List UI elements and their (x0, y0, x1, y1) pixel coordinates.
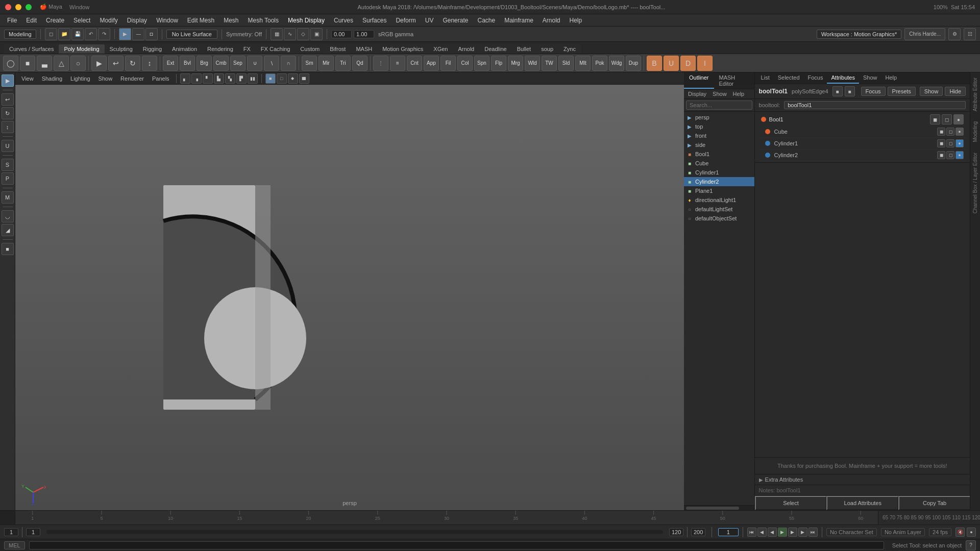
mark-menu-btn[interactable]: ■ (2, 243, 14, 255)
tree-item-plane1[interactable]: ■ Plane1 (684, 186, 754, 195)
no-live-surface-dropdown[interactable]: No Live Surface (166, 30, 217, 39)
side-label-modeling[interactable]: Modeling (970, 116, 980, 147)
vp-icon-3[interactable]: ▘ (203, 73, 213, 84)
shelf-tab-motion[interactable]: Motion Graphics (377, 44, 428, 54)
vp-icon-5[interactable]: ▚ (225, 73, 235, 84)
vp-menu-lighting[interactable]: Lighting (67, 74, 93, 83)
lasso-btn[interactable]: ⸻ (132, 28, 144, 40)
tree-item-side[interactable]: ▶ side (684, 140, 754, 149)
shelf-icon-bevel[interactable]: Bvl (180, 56, 195, 71)
shelf-tab-soup[interactable]: soup (536, 44, 558, 54)
snap-point-btn[interactable]: ◇ (297, 28, 309, 40)
vp-menu-renderer[interactable]: Renderer (117, 74, 147, 83)
shelf-icon-cube[interactable]: ■ (20, 56, 35, 71)
menu-deform[interactable]: Deform (391, 16, 420, 25)
shelf-icon-offset-loop[interactable]: ≡ (390, 56, 405, 71)
shelf-icon-collapse[interactable]: Col (457, 56, 473, 71)
new-scene-btn[interactable]: ◻ (45, 28, 57, 40)
cyl1-icon-3[interactable]: ● (955, 139, 964, 147)
scale-tool[interactable]: ↕ (2, 121, 14, 133)
vp-icon-2[interactable]: ▗ (191, 73, 202, 84)
cube-icon-1[interactable]: ◼ (937, 128, 945, 136)
shelf-icon-combine[interactable]: Cmb (213, 56, 229, 71)
shelf-tab-bullet[interactable]: Bullet (512, 44, 536, 54)
outliner-scroll-thumb[interactable] (686, 507, 739, 510)
shelf-tab-zync[interactable]: Zync (558, 44, 581, 54)
shelf-icon-slide-edge[interactable]: Sld (558, 56, 574, 71)
outliner-tab-mash[interactable]: MASH Editor (714, 72, 754, 89)
menu-window[interactable]: Window (152, 16, 182, 25)
go-end-btn[interactable]: ⏭ (808, 528, 818, 537)
minimize-button[interactable] (15, 4, 21, 10)
shelf-icon-select[interactable]: ▶ (91, 56, 107, 71)
shelf-icon-2[interactable]: U (664, 56, 679, 71)
mute-btn[interactable]: 🔇 (955, 528, 965, 537)
menu-edit[interactable]: Edit (22, 16, 41, 25)
move-tool[interactable]: ↩ (2, 93, 14, 106)
menu-surfaces[interactable]: Surfaces (358, 16, 390, 25)
shelf-tab-animation[interactable]: Animation (167, 44, 202, 54)
menu-mesh-display[interactable]: Mesh Display (284, 16, 329, 25)
shelf-icon-separate[interactable]: Sep (230, 56, 246, 71)
symmetry-toggle[interactable]: Symmetry: Off (226, 31, 262, 37)
booltool-value-input[interactable] (784, 101, 966, 109)
shelf-tab-rigging[interactable]: Rigging (138, 44, 167, 54)
shelf-tab-rendering[interactable]: Rendering (202, 44, 238, 54)
shelf-icon-3[interactable]: D (680, 56, 696, 71)
workspace-dropdown[interactable]: Workspace : Motion Graphics* (817, 30, 901, 39)
hide-button[interactable]: Hide (945, 87, 966, 96)
range-end-input[interactable] (669, 528, 683, 536)
mel-input[interactable] (29, 541, 884, 549)
shelf-icon-spin[interactable]: Spn (474, 56, 489, 71)
record-btn[interactable]: ● (967, 528, 976, 537)
rotation-x-input[interactable] (331, 30, 352, 38)
attr-tab-list[interactable]: List (757, 72, 774, 84)
shelf-tab-curves[interactable]: Curves / Surfaces (4, 44, 59, 54)
menu-modify[interactable]: Modify (95, 16, 121, 25)
cube-icon-3[interactable]: ● (955, 128, 964, 136)
shelf-icon-scale[interactable]: ↕ (142, 56, 157, 71)
bool1-icon-1[interactable]: ◼ (930, 114, 940, 124)
play-btn[interactable]: ▶ (778, 528, 787, 537)
tree-item-cube[interactable]: ■ Cube (684, 159, 754, 168)
anim-end-input[interactable] (691, 528, 705, 536)
universal-manip[interactable]: U (2, 140, 14, 152)
side-label-channel-box[interactable]: Channel Box / Layer Editor (970, 147, 980, 219)
vp-menu-shading[interactable]: Shading (39, 74, 65, 83)
snap-surface-btn[interactable]: ▣ (310, 28, 323, 40)
side-label-attr-editor[interactable]: Attribute Editor (970, 72, 980, 116)
window-menu[interactable]: Window (69, 4, 89, 10)
shelf-icon-flip[interactable]: Flp (491, 56, 506, 71)
vp-menu-show[interactable]: Show (95, 74, 116, 83)
tree-item-light1[interactable]: ♦ directionalLight1 (684, 195, 754, 205)
shelf-icon-target-weld[interactable]: TW (542, 56, 557, 71)
bool1-icon-2[interactable]: ◻ (942, 114, 952, 124)
cyl2-icon-3[interactable]: ● (955, 151, 964, 159)
shelf-icon-triangulate[interactable]: Tri (335, 56, 351, 71)
undo-btn[interactable]: ↶ (85, 28, 97, 40)
shelf-icon-cylinder[interactable]: ▃ (37, 56, 52, 71)
attr-tab-show[interactable]: Show (859, 72, 881, 84)
tree-item-top[interactable]: ▶ top (684, 122, 754, 131)
shelf-icon-merge-vert[interactable]: Mrg (508, 56, 523, 71)
select-tool[interactable]: ▶ (2, 74, 14, 87)
shelf-tab-sculpting[interactable]: Sculpting (105, 44, 138, 54)
next-frame-btn[interactable]: ▶ (788, 528, 797, 537)
snap-grid-btn[interactable]: ▦ (271, 28, 283, 40)
vp-icon-6[interactable]: ▛ (236, 73, 247, 84)
attr-tab-help[interactable]: Help (881, 72, 901, 84)
shelf-icon-1[interactable]: B (647, 56, 662, 71)
vp-icon-1[interactable]: ▖ (180, 73, 190, 84)
shelf-tab-bifrost[interactable]: Bifrost (325, 44, 351, 54)
shelf-icon-bool-intersect[interactable]: ∩ (281, 56, 296, 71)
vp-menu-panels[interactable]: Panels (149, 74, 173, 83)
outliner-scrollbar[interactable] (684, 505, 754, 510)
tree-item-front[interactable]: ▶ front (684, 131, 754, 140)
shelf-icon-cone[interactable]: △ (54, 56, 69, 71)
vp-menu-view[interactable]: View (18, 74, 37, 83)
vp-display-2[interactable]: □ (277, 73, 287, 84)
go-start-btn[interactable]: ⏮ (747, 528, 756, 537)
shelf-icon-rotate[interactable]: ↻ (125, 56, 140, 71)
next-key-btn[interactable]: ▶ (798, 528, 807, 537)
shelf-icon-poke[interactable]: Pok (592, 56, 607, 71)
